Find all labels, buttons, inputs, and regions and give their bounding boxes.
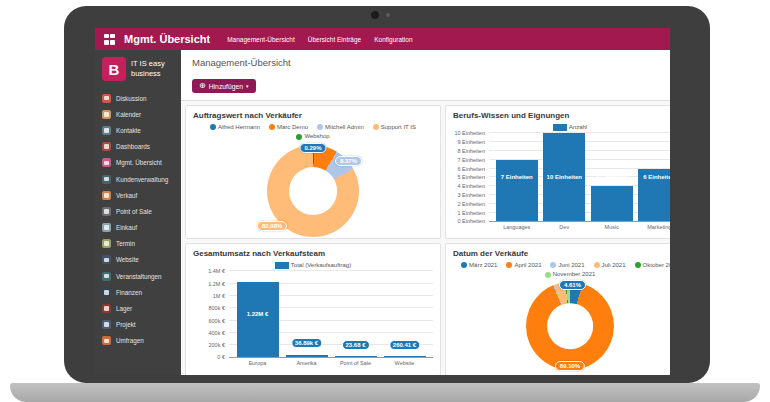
website-icon bbox=[102, 255, 111, 264]
sidebar-item-projekt[interactable]: Projekt bbox=[102, 317, 174, 333]
sidebar-item-label: Website bbox=[116, 256, 139, 263]
legend-swatch-icon bbox=[545, 272, 551, 278]
legend-item[interactable]: März 2021 bbox=[461, 261, 497, 269]
bar[interactable] bbox=[335, 356, 377, 357]
legend-item[interactable]: November 2021 bbox=[545, 270, 596, 278]
sidebar-item-website[interactable]: Website bbox=[102, 252, 174, 268]
sidebar-item-kalender[interactable]: Kalender bbox=[102, 106, 174, 122]
slice-percentage-label: 89.10% bbox=[555, 361, 585, 371]
bar-column[interactable]: 7 Einheiten bbox=[496, 133, 538, 221]
legend-item[interactable]: Mitchell Admin bbox=[317, 123, 364, 131]
y-tick-label: 10 Einheiten bbox=[454, 130, 485, 136]
bar[interactable]: 1.22M € bbox=[237, 282, 279, 357]
legend-label: Mitchell Admin bbox=[325, 123, 364, 131]
top-menu-management-übersicht[interactable]: Management-Übersicht bbox=[227, 36, 295, 43]
legend-item[interactable]: Total (Verkaufsauftrag) bbox=[275, 261, 351, 269]
sidebar-item-einkauf[interactable]: Einkauf bbox=[102, 220, 174, 236]
slice-percentage-label: 0.29% bbox=[299, 143, 326, 153]
crm-globe-icon bbox=[102, 175, 111, 184]
company-logo[interactable]: B IT IS easy business bbox=[102, 57, 174, 81]
bar[interactable]: 6 Einheiten bbox=[638, 169, 670, 222]
page-header: Management-Übersicht ⊕ Hinzufügen ▾ bbox=[181, 50, 670, 100]
legend-swatch-icon bbox=[553, 124, 567, 131]
plot-area: 7 Einheiten10 Einheiten4 Einheiten6 Einh… bbox=[489, 133, 670, 222]
y-tick-label: 6 Einheiten bbox=[457, 166, 485, 172]
legend-swatch-icon bbox=[210, 124, 216, 130]
bar[interactable] bbox=[286, 355, 328, 357]
sidebar-item-kundenverwaltung[interactable]: Kundenverwaltung bbox=[102, 171, 174, 187]
sidebar-item-finanzen[interactable]: Finanzen bbox=[102, 284, 174, 300]
top-menu-übersicht-einträge[interactable]: Übersicht Einträge bbox=[308, 36, 361, 43]
bar-column[interactable]: 23.68 € bbox=[335, 271, 377, 357]
app-title[interactable]: Mgmt. Übersicht bbox=[124, 33, 210, 45]
bar-value-label: 23.68 € bbox=[341, 340, 369, 350]
legend-item[interactable]: Support IT IS bbox=[373, 123, 416, 131]
donut-chart[interactable]: 0.29%8.37%82.98% bbox=[193, 142, 433, 240]
donut-hole bbox=[547, 303, 593, 349]
bar-column[interactable]: 36.89k € bbox=[286, 271, 328, 357]
legend-item[interactable]: Alfred Hermann bbox=[210, 123, 260, 131]
sidebar-item-mgmt-übersicht[interactable]: Mgmt. Übersicht bbox=[102, 155, 174, 171]
sidebar-item-label: Mgmt. Übersicht bbox=[116, 159, 162, 166]
x-tick-label: Marketing bbox=[638, 224, 670, 230]
bar[interactable]: 4 Einheiten bbox=[591, 186, 633, 221]
y-tick-label: 5 Einheiten bbox=[457, 174, 485, 180]
card-title: Gesamtumsatz nach Verkaufsteam bbox=[193, 249, 433, 258]
legend-item[interactable]: Oktober 2021 bbox=[635, 261, 670, 269]
sidebar-item-umfragen[interactable]: Umfragen bbox=[102, 333, 174, 349]
legend-item[interactable]: April 2021 bbox=[506, 261, 541, 269]
sidebar-item-label: Umfragen bbox=[116, 337, 144, 344]
legend-swatch-icon bbox=[594, 262, 600, 268]
legend-item[interactable]: Juni 2021 bbox=[550, 261, 584, 269]
sidebar-item-kontakte[interactable]: Kontakte bbox=[102, 122, 174, 138]
bar-column[interactable]: 4 Einheiten bbox=[591, 133, 633, 221]
donut-chart[interactable]: 4.61%89.10% bbox=[453, 280, 670, 372]
x-tick-label: Music bbox=[591, 224, 633, 230]
screen: Mgmt. Übersicht Management-ÜbersichtÜber… bbox=[95, 28, 670, 375]
logo-icon: B bbox=[102, 57, 126, 81]
donut-hole bbox=[289, 167, 337, 215]
bar-column[interactable]: 260.41 € bbox=[384, 271, 426, 357]
sidebar-item-termin[interactable]: Termin bbox=[102, 236, 174, 252]
y-tick-label: 800k € bbox=[208, 305, 225, 311]
legend-swatch-icon bbox=[275, 262, 289, 269]
sidebar-item-veranstaltungen[interactable]: Veranstaltungen bbox=[102, 268, 174, 284]
webcam-icon bbox=[371, 11, 379, 19]
bar-column[interactable]: 6 Einheiten bbox=[638, 133, 670, 221]
company-name: IT IS easy business bbox=[131, 59, 174, 79]
legend-item[interactable]: Juli 2021 bbox=[594, 261, 626, 269]
bar[interactable] bbox=[384, 356, 426, 357]
bar-chart[interactable]: 10 Einheiten9 Einheiten8 Einheiten7 Einh… bbox=[453, 133, 670, 230]
legend-label: Alfred Hermann bbox=[218, 123, 260, 131]
sidebar-item-point-of-sale[interactable]: Point of Sale bbox=[102, 203, 174, 219]
sidebar-item-verkauf[interactable]: Verkauf bbox=[102, 187, 174, 203]
apps-grid-icon[interactable] bbox=[104, 34, 115, 45]
bars: 7 Einheiten10 Einheiten4 Einheiten6 Einh… bbox=[489, 133, 670, 221]
legend-item[interactable]: Webshop bbox=[296, 132, 329, 140]
legend-swatch-icon bbox=[506, 262, 512, 268]
bar[interactable]: 10 Einheiten bbox=[543, 133, 585, 221]
top-menu: Management-ÜbersichtÜbersicht EinträgeKo… bbox=[227, 36, 412, 43]
inventory-icon bbox=[102, 304, 111, 313]
sidebar-item-label: Veranstaltungen bbox=[116, 273, 162, 280]
bar[interactable]: 7 Einheiten bbox=[496, 160, 538, 222]
sidebar-item-diskussion[interactable]: Diskussion bbox=[102, 90, 174, 106]
bar-column[interactable]: 10 Einheiten bbox=[543, 133, 585, 221]
legend-swatch-icon bbox=[461, 262, 467, 268]
project-icon bbox=[102, 320, 111, 329]
sidebar-item-lager[interactable]: Lager bbox=[102, 300, 174, 316]
bar-column[interactable]: 1.22M € bbox=[237, 271, 279, 357]
purchase-icon bbox=[102, 223, 111, 232]
bar-chart[interactable]: 1.4M €1.2M €1M €800k €600k €400k €200k €… bbox=[193, 271, 433, 366]
legend-swatch-icon bbox=[635, 262, 641, 268]
slice-percentage-label: 82.98% bbox=[257, 221, 287, 231]
legend-item[interactable]: Marc Demo bbox=[269, 123, 308, 131]
top-menu-konfiguration[interactable]: Konfiguration bbox=[374, 36, 412, 43]
legend-item[interactable]: Anzahl bbox=[553, 123, 587, 131]
y-tick-label: 3 Einheiten bbox=[457, 192, 485, 198]
sidebar-items: DiskussionKalenderKontakteDashboardsMgmt… bbox=[102, 90, 174, 349]
add-button[interactable]: ⊕ Hinzufügen ▾ bbox=[192, 79, 256, 93]
survey-icon bbox=[102, 336, 111, 345]
sidebar-item-dashboards[interactable]: Dashboards bbox=[102, 139, 174, 155]
slice-percentage-label: 4.61% bbox=[559, 280, 586, 290]
